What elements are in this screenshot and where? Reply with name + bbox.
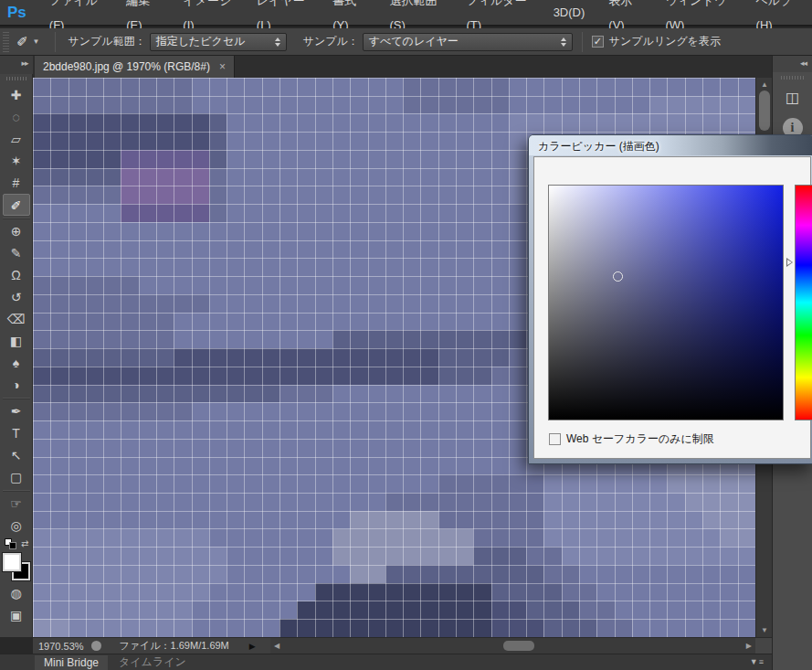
default-colors-widget[interactable]: ⇄ (3, 538, 30, 551)
sample-label: サンプル： (303, 34, 359, 49)
divider (582, 32, 583, 52)
mini-background-swatch (9, 542, 16, 549)
eyedropper-icon: ✐ (16, 34, 28, 50)
crop-tool[interactable]: # (3, 172, 30, 194)
healing-brush-tool[interactable]: ⊕ (3, 218, 30, 242)
status-flyout-icon[interactable]: ▶ (249, 642, 256, 651)
scroll-down-icon[interactable]: ▼ (761, 626, 768, 634)
dialog-title: カラーピッカー (描画色) (538, 140, 659, 153)
sample-value: すべてのレイヤー (369, 34, 554, 49)
hue-strip[interactable] (795, 185, 812, 420)
collapse-dock-button[interactable]: ◂◂ (773, 56, 812, 72)
toolbar-grip (6, 77, 26, 80)
screen-mode-button[interactable]: ▣ (3, 604, 30, 626)
pen-tool[interactable]: ✒ (3, 399, 30, 422)
saturation-brightness-field[interactable] (548, 185, 784, 420)
chevron-down-icon: ▼ (33, 37, 40, 46)
sample-dropdown[interactable]: すべてのレイヤー (363, 33, 573, 51)
hand-tool[interactable]: ☞ (3, 491, 30, 515)
scroll-right-icon[interactable]: ▶ (746, 642, 752, 650)
file-size-info: ファイル：1.69M/1.69M (120, 639, 229, 653)
vertical-scroll-thumb[interactable] (759, 90, 770, 131)
collapse-panel-button[interactable]: ▸▸ (0, 56, 33, 74)
tool-list: ✚◌▱✶#✐⊕✎Ω↺⌫◧♠◑✒T↖▢☞◎ (3, 84, 30, 537)
status-clock-icon (91, 641, 101, 651)
history-brush-tool[interactable]: ↺ (3, 286, 30, 308)
scroll-up-icon[interactable]: ▲ (761, 80, 768, 89)
document-tab-bar: 2bdde980.jpg @ 1970% (RGB/8#) × (33, 56, 772, 78)
clone-stamp-tool[interactable]: Ω (3, 264, 30, 286)
type-tool[interactable]: T (3, 422, 30, 444)
spinner-arrows-icon (561, 37, 566, 47)
web-safe-colors-checkbox[interactable] (549, 433, 561, 445)
horizontal-scroll-thumb[interactable] (503, 641, 534, 651)
shape-tool[interactable]: ▢ (3, 466, 30, 488)
gradient-tool[interactable]: ◧ (3, 330, 30, 352)
blur-tool[interactable]: ♠ (3, 352, 30, 374)
lasso-tool[interactable]: ▱ (3, 128, 30, 150)
brush-tool[interactable]: ✎ (3, 242, 30, 264)
move-tool[interactable]: ✚ (3, 84, 30, 106)
color-swatches (2, 553, 31, 582)
tab-mini-bridge[interactable]: Mini Bridge (35, 655, 108, 670)
dialog-body: Web セーフカラーのみに制限 (533, 156, 811, 459)
eyedropper-tool[interactable]: ✐ (3, 194, 30, 216)
scrollbar-corner (755, 637, 772, 654)
dock-grip (781, 76, 805, 80)
tab-timeline[interactable]: タイムライン (110, 654, 195, 670)
horizontal-scrollbar[interactable]: ◀ ▶ (270, 637, 755, 654)
zoom-tool[interactable]: ◎ (3, 515, 30, 537)
show-sampling-ring-label: サンプルリングを表示 (609, 34, 721, 49)
swap-colors-icon[interactable]: ⇄ (21, 538, 28, 548)
show-sampling-ring-checkbox[interactable]: ✓ (592, 36, 604, 48)
foreground-swatch[interactable] (3, 553, 21, 571)
sample-size-dropdown[interactable]: 指定したピクセル (150, 33, 287, 51)
zoom-level[interactable]: 1970.53% (33, 641, 90, 652)
tool-preset-picker[interactable]: ✐ ▼ (9, 34, 47, 50)
web-safe-colors-label: Web セーフカラーのみに制限 (566, 431, 714, 447)
panel-menu-icon[interactable]: ▼≡ (750, 657, 765, 666)
scroll-left-icon[interactable]: ◀ (274, 642, 279, 650)
sample-size-value: 指定したピクセル (156, 34, 268, 49)
menu-3d[interactable]: 3D(D) (542, 0, 597, 25)
eraser-tool[interactable]: ⌫ (3, 308, 30, 330)
spinner-arrows-icon (275, 37, 280, 47)
options-grip (3, 32, 9, 52)
dialog-title-bar[interactable]: カラーピッカー (描画色) (529, 135, 812, 155)
options-bar: ✐ ▼ サンプル範囲： 指定したピクセル サンプル： すべてのレイヤー ✓ サン… (0, 28, 812, 56)
status-bar: 1970.53% ファイル：1.69M/1.69M ▶ (33, 637, 270, 654)
document-title: 2bdde980.jpg @ 1970% (RGB/8#) (43, 60, 210, 73)
color-marker-icon[interactable] (613, 271, 623, 282)
magic-wand-tool[interactable]: ✶ (3, 150, 30, 172)
color-picker-dialog: カラーピッカー (描画色) Web セーフカラーのみに制限 (528, 134, 812, 464)
hue-slider-arrow-icon[interactable] (786, 258, 793, 267)
tools-panel: ▸▸ ✚◌▱✶#✐⊕✎Ω↺⌫◧♠◑✒T↖▢☞◎ ⇄ ◍ ▣ (0, 56, 33, 637)
path-select-tool[interactable]: ↖ (3, 444, 30, 466)
divider (55, 32, 56, 52)
close-icon[interactable]: × (219, 60, 226, 73)
properties-panel-icon[interactable]: ◫ (781, 87, 805, 109)
sample-size-label: サンプル範囲： (69, 34, 146, 49)
dodge-tool[interactable]: ◑ (3, 374, 30, 396)
document-tab[interactable]: 2bdde980.jpg @ 1970% (RGB/8#) × (35, 56, 235, 78)
menu-bar: Ps ファイル(F) 編集(E) イメージ(I) レイヤー(L) 書式(Y) 選… (0, 0, 812, 27)
bottom-panel-bar: Mini Bridge タイムライン (0, 654, 812, 670)
quick-mask-button[interactable]: ◍ (3, 582, 30, 604)
photoshop-logo: Ps (0, 4, 37, 22)
marquee-tool[interactable]: ◌ (3, 106, 30, 128)
